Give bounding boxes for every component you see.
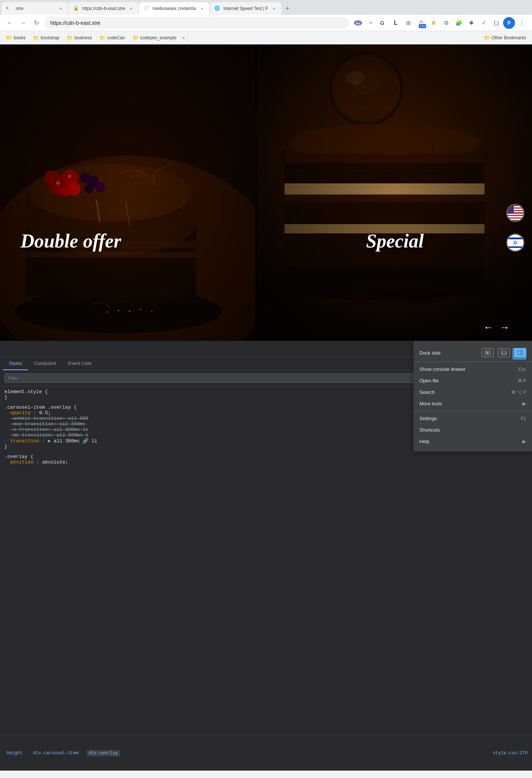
- css-colon-2: :: [42, 438, 48, 444]
- tab-1[interactable]: × .stre ×: [1, 2, 68, 15]
- tab-4[interactable]: 🌐 Internet Speed Test | F ×: [210, 2, 281, 15]
- bookmarks-more[interactable]: »: [183, 35, 185, 40]
- dock-right-button[interactable]: [514, 348, 526, 357]
- css-prop-opacity-name: opacity: [10, 410, 31, 416]
- bookmark-codepen[interactable]: 📁 codepen_example: [130, 33, 180, 42]
- bookmark-books[interactable]: 📁 books: [3, 33, 29, 42]
- l-icon[interactable]: L: [390, 17, 402, 29]
- breadcrumb-carousel-item[interactable]: div.carousel-item: [31, 750, 80, 757]
- tab-4-close[interactable]: ×: [271, 6, 277, 11]
- left-cake-panel: Double offer: [0, 44, 255, 341]
- new-tab-button[interactable]: +: [282, 3, 292, 14]
- menu-help-arrow: ▶: [522, 439, 526, 444]
- prev-arrow[interactable]: ←: [483, 322, 493, 333]
- carousel-nav: ← →: [483, 322, 510, 333]
- tab-styles[interactable]: Styles: [3, 357, 28, 370]
- menu-search-label: Search: [419, 389, 508, 395]
- php-icon[interactable]: php: [352, 17, 364, 29]
- extensions-icon[interactable]: ⚙: [440, 17, 452, 29]
- us-flag[interactable]: [506, 204, 525, 222]
- tab-1-title: .stre: [15, 6, 55, 11]
- css-transition-arrow[interactable]: ▶: [48, 438, 51, 444]
- next-arrow[interactable]: →: [499, 322, 510, 333]
- dock-undock-button[interactable]: [482, 348, 493, 357]
- google-icon[interactable]: G: [377, 17, 389, 29]
- tab-3-close[interactable]: ×: [199, 6, 205, 11]
- css-transition-link-icon[interactable]: 🔗: [83, 438, 88, 444]
- other-bookmarks[interactable]: 📁 Other Bookmarks: [481, 33, 529, 42]
- css-selector-overlay-text: .overlay {: [4, 454, 33, 459]
- css-close-brace: }: [4, 395, 7, 400]
- timer-icon[interactable]: ⏱ 17m: [415, 17, 427, 29]
- menu-item-show-console[interactable]: Show console drawer Esc: [414, 363, 532, 375]
- star-of-david: ✡: [509, 239, 522, 246]
- right-cake-panel: Special ✡ ← →: [255, 44, 532, 341]
- tab-4-favicon: 🌐: [214, 6, 220, 11]
- israel-flag[interactable]: ✡: [506, 233, 525, 252]
- svg-rect-55: [255, 44, 532, 341]
- left-cake-image: [0, 44, 255, 341]
- tab-2-title: https://cdn-b-east.stre: [82, 6, 125, 11]
- puzzle-icon[interactable]: 🧩: [453, 17, 465, 29]
- menu-open-file-shortcut: ⌘ P: [518, 378, 526, 383]
- menu-item-shortcuts[interactable]: Shortcuts: [414, 424, 532, 436]
- folder-icon-other: 📁: [484, 35, 490, 41]
- menu-item-open-file[interactable]: Open file ⌘ P: [414, 375, 532, 386]
- tab-1-close[interactable]: ×: [58, 6, 64, 11]
- css-colon-3: :: [36, 459, 42, 465]
- reload-button[interactable]: ↻: [31, 18, 41, 28]
- menu-item-settings[interactable]: Settings F1: [414, 413, 532, 424]
- forward-button[interactable]: →: [18, 18, 28, 28]
- panel-divider: [255, 44, 257, 341]
- css-close-brace-2: }: [4, 444, 7, 449]
- bookmark-business[interactable]: 📁 business: [64, 33, 95, 42]
- menu-settings-shortcut: F1: [521, 416, 526, 421]
- css-selector-carousel-text: .carousel-item .overlay {: [4, 405, 77, 410]
- tab-event-listeners[interactable]: Event Liste: [62, 357, 97, 370]
- menu-item-more-tools[interactable]: More tools ▶: [414, 398, 532, 409]
- bookmark-codecan[interactable]: 📁 codeCan: [96, 33, 128, 42]
- checkmark-icon[interactable]: ✓: [478, 17, 490, 29]
- yinyang-icon[interactable]: ⚬: [365, 17, 377, 29]
- right-cake-image: [255, 44, 532, 341]
- svg-rect-30: [0, 44, 255, 341]
- grid-icon[interactable]: ⊞: [402, 17, 414, 29]
- css-transition-value: all 300ms: [54, 438, 83, 444]
- tab-computed[interactable]: Computed: [28, 357, 62, 370]
- breadcrumb-overlay[interactable]: div.overlay: [87, 750, 120, 757]
- css-rule-overlay: .overlay { position : absolute;: [4, 454, 528, 465]
- css-position-value: absolute;: [42, 459, 68, 465]
- address-bar: ← → ↻ https://cdn-b-east.stre php ⚬ G L …: [0, 15, 532, 31]
- menu-item-help[interactable]: Help ▶: [414, 436, 532, 447]
- bottom-bar: height div.carousel-item div.overlay sty…: [0, 735, 532, 771]
- back-button[interactable]: ←: [4, 18, 15, 28]
- css-transition-name: transition: [10, 438, 39, 444]
- bookmark-bootstrap[interactable]: 📁 bootstrap: [30, 33, 62, 42]
- tab-2-close[interactable]: ×: [128, 6, 134, 11]
- address-input[interactable]: https://cdn-b-east.stre: [44, 17, 349, 29]
- breadcrumb-height[interactable]: height: [4, 750, 25, 757]
- menu-open-file-label: Open file: [419, 378, 515, 383]
- css-o-transition-name: -o-transition: all 300ms li: [10, 427, 88, 432]
- css-selector-overlay: .overlay {: [4, 454, 528, 459]
- v-icon[interactable]: V: [428, 17, 439, 29]
- left-panel-text: Double offer: [20, 230, 121, 252]
- bookmark-codepen-label: codepen_example: [140, 35, 177, 40]
- style-link[interactable]: style.css:276: [493, 751, 528, 756]
- tab-3[interactable]: 📄 mediusware credentia ×: [139, 2, 209, 15]
- bookmarks-bar: 📁 books 📁 bootstrap 📁 business 📁 codeCan…: [0, 31, 532, 44]
- star-icon[interactable]: ✱: [465, 17, 477, 29]
- browser-frame: × .stre × 🔒 https://cdn-b-east.stre × 📄 …: [0, 0, 532, 44]
- folder-icon-books: 📁: [6, 35, 12, 41]
- profile-avatar[interactable]: P: [503, 17, 515, 29]
- bookmark-codecan-label: codeCan: [107, 35, 125, 40]
- brackets-icon[interactable]: {;}: [491, 17, 502, 29]
- dock-bottom-button[interactable]: [498, 348, 510, 357]
- menu-more-tools-arrow: ▶: [522, 401, 526, 406]
- bookmark-business-label: business: [74, 35, 92, 40]
- more-button[interactable]: ⋮: [516, 17, 528, 29]
- tab-4-title: Internet Speed Test | F: [223, 6, 268, 11]
- tab-3-favicon: 📄: [144, 6, 150, 11]
- menu-item-search[interactable]: Search ⌘ ⌥ F: [414, 386, 532, 398]
- tab-2[interactable]: 🔒 https://cdn-b-east.stre ×: [69, 2, 138, 15]
